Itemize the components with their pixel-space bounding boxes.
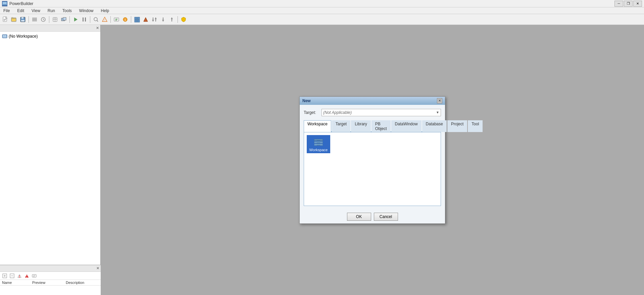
svg-rect-12	[21, 20, 24, 22]
app-title: PowerBuilder	[9, 1, 33, 6]
toolbar-btn-18[interactable]	[168, 15, 176, 24]
svg-point-60	[19, 277, 20, 278]
modal-close-button[interactable]: ✕	[437, 98, 442, 103]
workspace-tree-label: (No Workspace)	[9, 34, 38, 39]
toolbar-btn-9[interactable]	[80, 15, 88, 24]
toolbar-btn-10[interactable]	[92, 15, 100, 24]
svg-rect-64	[32, 275, 36, 277]
menu-edit[interactable]: Edit	[15, 8, 26, 14]
modal-footer: OK Cancel	[300, 210, 445, 223]
workspace-icon-img	[313, 136, 324, 147]
target-select-arrow-icon: ▼	[436, 111, 439, 114]
svg-rect-2	[3, 4, 6, 5]
svg-text:i: i	[125, 18, 126, 22]
separator-3	[69, 16, 70, 23]
toolbar-btn-7[interactable]	[60, 15, 68, 24]
menu-file[interactable]: File	[1, 8, 12, 14]
title-bar: PowerBuilder ─ ❐ ✕	[0, 0, 644, 7]
toolbar-save[interactable]	[19, 15, 27, 24]
toolbar: ! i	[0, 14, 644, 25]
menu-tools[interactable]: Tools	[60, 8, 74, 14]
menu-run[interactable]: Run	[46, 8, 57, 14]
tab-target[interactable]: Target	[332, 120, 350, 132]
menu-bar: File Edit View Run Tools Window Help	[0, 7, 644, 14]
tab-project[interactable]: Project	[447, 120, 467, 132]
bottom-toolbar-btn-4[interactable]	[23, 273, 30, 279]
tab-content: Workspace	[304, 132, 441, 206]
svg-rect-50	[3, 35, 4, 36]
modal-body: Target: (Not Applicable) ▼ Workspace Tar…	[300, 105, 445, 210]
ok-button[interactable]: OK	[347, 213, 371, 221]
target-select-value: (Not Applicable)	[323, 110, 352, 115]
tab-datawindow[interactable]: DataWindow	[391, 120, 422, 132]
tab-database[interactable]: Database	[422, 120, 447, 132]
toolbar-btn-12[interactable]	[112, 15, 120, 24]
toolbar-new[interactable]	[1, 15, 9, 24]
modal-title-bar: New ✕	[300, 97, 445, 105]
toolbar-btn-5[interactable]	[39, 15, 47, 24]
bottom-toolbar-btn-1[interactable]	[1, 273, 8, 279]
bottom-col-headers: Name Preview Description	[0, 280, 101, 286]
bottom-panel-close[interactable]: ✕	[96, 266, 99, 270]
new-dialog: New ✕ Target: (Not Applicable) ▼	[299, 96, 445, 224]
toolbar-btn-11[interactable]: !	[101, 15, 109, 24]
toolbar-btn-17[interactable]	[159, 15, 167, 24]
workspace-icon-item[interactable]: Workspace	[307, 135, 330, 153]
left-panel-close[interactable]: ✕	[96, 26, 99, 30]
tab-pb-object[interactable]: PB Object	[371, 120, 391, 132]
workspace-tree-icon	[2, 34, 7, 39]
toolbar-btn-15[interactable]	[142, 15, 150, 24]
svg-rect-37	[137, 17, 140, 19]
bottom-panel-header: ✕	[0, 265, 101, 272]
main-layout: ✕ (No Workspace) ✕	[0, 25, 644, 295]
menu-window[interactable]: Window	[77, 8, 96, 14]
svg-rect-11	[21, 17, 23, 19]
left-panel: ✕ (No Workspace) ✕	[0, 25, 101, 295]
svg-rect-8	[11, 18, 16, 22]
menu-view[interactable]: View	[30, 8, 42, 14]
toolbar-btn-6[interactable]	[51, 15, 59, 24]
toolbar-btn-4[interactable]	[31, 15, 39, 24]
title-bar-controls: ─ ❐ ✕	[614, 1, 642, 7]
separator-5	[110, 16, 111, 23]
toolbar-shield[interactable]	[180, 15, 188, 24]
target-select[interactable]: (Not Applicable) ▼	[321, 109, 441, 116]
svg-marker-40	[144, 17, 148, 22]
svg-marker-42	[152, 20, 154, 22]
bottom-toolbar-btn-2[interactable]	[9, 273, 15, 279]
minimize-button[interactable]: ─	[614, 1, 623, 7]
svg-rect-23	[63, 17, 66, 20]
tab-library[interactable]: Library	[351, 120, 371, 132]
separator-7	[178, 16, 178, 23]
svg-rect-9	[11, 17, 13, 18]
toolbar-open[interactable]	[10, 15, 18, 24]
bottom-toolbar	[0, 272, 101, 280]
toolbar-btn-14[interactable]	[133, 15, 141, 24]
toolbar-btn-13[interactable]: i	[121, 15, 129, 24]
svg-rect-70	[314, 142, 323, 142]
restore-button[interactable]: ❐	[624, 1, 633, 7]
close-button[interactable]: ✕	[633, 1, 642, 7]
svg-rect-13	[32, 18, 37, 18]
svg-marker-24	[74, 17, 78, 22]
separator-6	[131, 16, 131, 23]
tree-area: (No Workspace)	[0, 32, 100, 295]
svg-rect-14	[32, 19, 37, 20]
svg-rect-51	[5, 35, 6, 36]
tab-workspace[interactable]: Workspace	[304, 120, 331, 132]
bottom-toolbar-btn-5[interactable]	[31, 273, 38, 279]
toolbar-btn-8[interactable]	[71, 15, 80, 24]
cancel-button[interactable]: Cancel	[374, 213, 398, 221]
separator-4	[90, 16, 90, 23]
tab-tool[interactable]: Tool	[468, 120, 483, 132]
svg-rect-52	[3, 37, 6, 37]
svg-rect-72	[314, 139, 323, 140]
svg-point-27	[94, 17, 97, 21]
bottom-toolbar-btn-3[interactable]	[16, 273, 23, 279]
tree-item-workspace[interactable]: (No Workspace)	[1, 33, 99, 40]
toolbar-btn-16[interactable]	[150, 15, 158, 24]
svg-line-18	[43, 19, 44, 20]
menu-help[interactable]: Help	[99, 8, 111, 14]
bottom-panel: ✕ Name Prev	[0, 265, 101, 295]
separator-2	[49, 16, 49, 23]
